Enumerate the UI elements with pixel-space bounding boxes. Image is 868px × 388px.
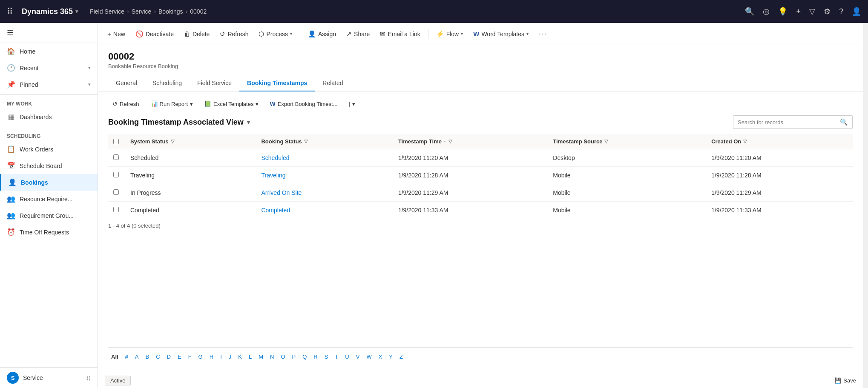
subgrid-refresh-button[interactable]: ↺ Refresh — [108, 98, 144, 109]
refresh-button[interactable]: ↺ Refresh — [216, 28, 253, 40]
booking-status-link[interactable]: Completed — [261, 207, 290, 214]
breadcrumb-bookings[interactable]: Bookings — [158, 8, 183, 15]
recent-caret[interactable]: ▾ — [88, 65, 91, 71]
breadcrumb-module[interactable]: Field Service — [90, 8, 124, 15]
breadcrumb-service[interactable]: Service — [132, 8, 152, 15]
search-nav-icon[interactable]: 🔍 — [745, 7, 754, 16]
sidebar-item-recent[interactable]: 🕐 Recent ▾ — [0, 60, 98, 76]
row-checkbox[interactable] — [113, 172, 119, 177]
deactivate-button[interactable]: 🚫 Deactivate — [131, 28, 178, 40]
search-icon[interactable]: 🔍 — [836, 116, 852, 128]
tab-scheduling[interactable]: Scheduling — [145, 75, 190, 91]
lightbulb-icon[interactable]: 💡 — [778, 7, 788, 16]
help-icon[interactable]: ? — [839, 7, 843, 16]
row-checkbox[interactable] — [113, 189, 119, 195]
email-link-button[interactable]: ✉ Email a Link — [376, 28, 424, 40]
excel-templates-caret[interactable]: ▾ — [256, 101, 259, 107]
assign-button[interactable]: 👤 Assign — [304, 28, 340, 40]
share-button[interactable]: ↗ Share — [342, 28, 374, 40]
save-button[interactable]: 💾 Save — [834, 377, 856, 384]
service-expand-icon[interactable]: ⟨⟩ — [86, 375, 91, 381]
pagination-letter[interactable]: C — [153, 352, 163, 362]
pagination-letter[interactable]: # — [122, 352, 131, 362]
pagination-letter[interactable]: S — [322, 352, 331, 362]
sidebar-item-time-off[interactable]: ⏰ Time Off Requests — [0, 224, 98, 240]
run-report-caret[interactable]: ▾ — [190, 101, 193, 107]
process-button[interactable]: ⬡ Process ▾ — [254, 28, 296, 40]
pagination-letter[interactable]: O — [278, 352, 288, 362]
word-templates-button[interactable]: W Word Templates ▾ — [469, 28, 533, 40]
select-all-checkbox[interactable] — [113, 139, 119, 144]
created-on-filter-icon[interactable]: ▽ — [743, 139, 747, 144]
sidebar-item-dashboards[interactable]: ▦ Dashboards — [0, 108, 98, 125]
tab-booking-timestamps[interactable]: Booking Timestamps — [239, 75, 315, 91]
pagination-letter[interactable]: U — [342, 352, 352, 362]
timestamp-time-sort-icon[interactable]: ↑ — [444, 139, 446, 144]
breadcrumb-record[interactable]: 00002 — [190, 8, 207, 15]
tab-field-service[interactable]: Field Service — [190, 75, 239, 91]
subgrid-title-caret[interactable]: ▾ — [247, 119, 250, 126]
tab-general[interactable]: General — [108, 75, 145, 91]
settings-icon[interactable]: ⚙ — [824, 7, 831, 16]
more-button[interactable]: ··· — [535, 27, 552, 41]
run-report-button[interactable]: 📊 Run Report ▾ — [146, 98, 197, 109]
sidebar-item-req-groups[interactable]: 👥 Requirement Grou... — [0, 207, 98, 224]
flow-caret[interactable]: ▾ — [461, 31, 463, 36]
sidebar-bottom-service[interactable]: S Service ⟨⟩ — [0, 368, 98, 388]
sidebar-item-pinned[interactable]: 📌 Pinned ▾ — [0, 76, 98, 93]
row-checkbox[interactable] — [113, 154, 119, 160]
right-scrollbar[interactable] — [863, 23, 868, 388]
pagination-letter[interactable]: X — [376, 352, 385, 362]
pagination-letter[interactable]: R — [310, 352, 320, 362]
sidebar-item-schedule-board[interactable]: 📅 Schedule Board — [0, 157, 98, 174]
pagination-letter[interactable]: H — [207, 352, 216, 362]
pagination-letter[interactable]: K — [235, 352, 245, 362]
pagination-letter[interactable]: F — [185, 352, 195, 362]
pagination-letter[interactable]: Y — [386, 352, 396, 362]
sidebar-item-resource-req[interactable]: 👥 Resource Require... — [0, 191, 98, 207]
filter-nav-icon[interactable]: ▽ — [809, 7, 815, 16]
booking-status-link[interactable]: Scheduled — [261, 154, 289, 161]
pagination-letter[interactable]: M — [256, 352, 266, 362]
target-icon[interactable]: ◎ — [763, 7, 770, 16]
sidebar-item-bookings[interactable]: 👤 Bookings — [0, 174, 98, 191]
pagination-letter[interactable]: J — [226, 352, 235, 362]
pagination-letter[interactable]: E — [175, 352, 184, 362]
pagination-letter[interactable]: I — [217, 352, 225, 362]
add-icon[interactable]: + — [796, 7, 801, 16]
pagination-letter[interactable]: W — [363, 352, 374, 362]
excel-templates-button[interactable]: 📗 Excel Templates ▾ — [200, 98, 263, 109]
pagination-letter[interactable]: A — [132, 352, 142, 362]
subgrid-more-caret[interactable]: ▾ — [352, 101, 355, 107]
pagination-letter[interactable]: Z — [397, 352, 406, 362]
timestamp-time-filter-icon[interactable]: ▽ — [448, 139, 452, 144]
user-icon[interactable]: 👤 — [852, 7, 861, 16]
search-input[interactable] — [733, 117, 836, 128]
sidebar-toggle[interactable]: ☰ — [0, 23, 98, 43]
export-button[interactable]: W Export Booking Timest... — [265, 98, 342, 109]
word-templates-caret[interactable]: ▾ — [526, 31, 529, 36]
flow-button[interactable]: ⚡ Flow ▾ — [432, 28, 468, 40]
new-button[interactable]: + New — [103, 28, 129, 40]
sidebar-item-home[interactable]: 🏠 Home — [0, 43, 98, 60]
pagination-letter[interactable]: V — [353, 352, 363, 362]
pagination-letter[interactable]: P — [289, 352, 299, 362]
app-name[interactable]: Dynamics 365 ▾ — [22, 7, 78, 16]
pagination-letter[interactable]: N — [267, 352, 277, 362]
pagination-letter[interactable]: G — [195, 352, 206, 362]
pagination-letter[interactable]: D — [164, 352, 174, 362]
pagination-letter[interactable]: B — [143, 352, 152, 362]
booking-status-link[interactable]: Traveling — [261, 172, 285, 179]
pagination-letter[interactable]: Q — [299, 352, 310, 362]
booking-status-link[interactable]: Arrived On Site — [261, 189, 302, 196]
app-name-caret[interactable]: ▾ — [75, 9, 78, 14]
system-status-filter-icon[interactable]: ▽ — [171, 139, 174, 144]
sidebar-item-work-orders[interactable]: 📋 Work Orders — [0, 141, 98, 157]
row-checkbox[interactable] — [113, 207, 119, 212]
subgrid-more-button[interactable]: | ▾ — [345, 99, 359, 109]
delete-button[interactable]: 🗑 Delete — [180, 28, 214, 40]
waffle-icon[interactable]: ⠿ — [7, 6, 13, 17]
pagination-letter[interactable]: All — [108, 352, 121, 362]
booking-status-filter-icon[interactable]: ▽ — [304, 139, 308, 144]
timestamp-source-filter-icon[interactable]: ▽ — [604, 139, 608, 144]
